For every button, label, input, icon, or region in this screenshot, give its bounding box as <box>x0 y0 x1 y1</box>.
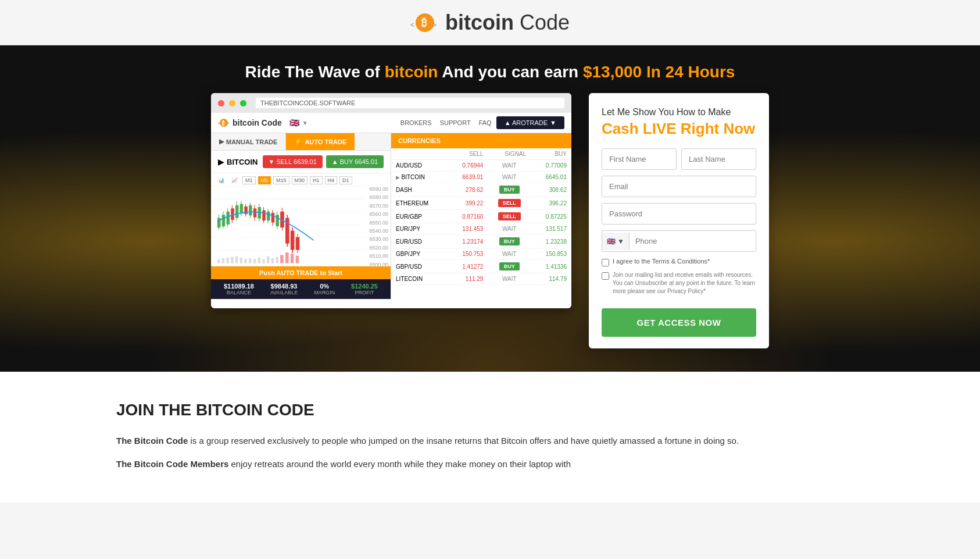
tf-m30[interactable]: M30 <box>292 176 308 184</box>
phone-flag[interactable]: 🇬🇧 ▼ <box>602 233 630 250</box>
bitcoin-logo-icon: < ₿ > <box>410 11 439 34</box>
section-heading: JOIN THE BITCOIN CODE <box>116 401 864 419</box>
svg-rect-62 <box>267 257 269 264</box>
signup-form: Let Me Show You How to Make Cash LIVE Ri… <box>589 93 769 348</box>
sell-button[interactable]: ▼ SELL 6639.01 <box>263 155 323 168</box>
svg-rect-27 <box>244 206 248 214</box>
svg-rect-55 <box>235 257 238 264</box>
buy-button[interactable]: ▲ BUY 6645.01 <box>326 155 384 168</box>
svg-rect-68 <box>296 255 299 263</box>
auto-trade-cta[interactable]: Push AUTO TRADE to Start <box>211 266 391 279</box>
table-row: EUR/JPY 131.453 WAIT 131.517 <box>391 223 571 235</box>
svg-rect-64 <box>276 257 278 264</box>
svg-rect-65 <box>280 255 284 263</box>
brokers-link[interactable]: BROKERS <box>400 119 432 126</box>
paragraph-2: The Bitcoin Code Members enjoy retreats … <box>116 457 864 472</box>
email-input[interactable] <box>602 176 756 197</box>
hero-headline: Ride The Wave of bitcoin And you can ear… <box>0 45 980 93</box>
col-signal: SIGNAL <box>488 148 531 160</box>
content-section: JOIN THE BITCOIN CODE The Bitcoin Code i… <box>0 372 980 503</box>
hero-main-content: THEBITCOINCODE.SOFTWARE < ₿ > bitcoin <box>0 93 980 372</box>
tf-m15[interactable]: M15 <box>273 176 289 184</box>
tf-h4[interactable]: H4 <box>325 176 338 184</box>
browser-titlebar: THEBITCOINCODE.SOFTWARE <box>211 93 571 113</box>
svg-rect-35 <box>262 211 266 221</box>
balance-item-available: $9848.93 AVAILABLE <box>270 283 298 295</box>
last-name-input[interactable] <box>681 148 756 170</box>
table-row: GBP/USD 1.41272 BUY 1.41336 <box>391 260 571 273</box>
tf-m1[interactable]: M1 <box>242 176 256 184</box>
svg-rect-37 <box>267 212 270 220</box>
table-row: EUR/USD 1.23174 BUY 1.23238 <box>391 235 571 248</box>
svg-rect-60 <box>258 258 260 264</box>
timeframe-controls: 📊 📈 M1 M5 M15 M30 H1 H4 D1 <box>216 176 352 184</box>
currencies-panel: CURRENCIES SELL SIGNAL BUY <box>391 133 571 299</box>
svg-rect-8 <box>211 173 391 266</box>
currencies-table: SELL SIGNAL BUY AUD/USD 0.76944 WAIT 0.7… <box>391 148 571 285</box>
tf-h1[interactable]: H1 <box>310 176 323 184</box>
inner-bitcoin-icon: < ₿ > <box>218 118 230 128</box>
table-row: ▶ BITCOIN 6639.01 WAIT 6645.01 <box>391 172 571 183</box>
browser-expand-dot[interactable] <box>240 100 246 106</box>
browser-url-bar: THEBITCOINCODE.SOFTWARE <box>256 98 564 108</box>
chart-area: 📊 📈 M1 M5 M15 M30 H1 H4 D1 <box>211 173 391 266</box>
table-row: LITECOIN 111.29 WAIT 114.79 <box>391 273 571 285</box>
phone-row: 🇬🇧 ▼ <box>602 230 756 252</box>
svg-rect-63 <box>271 258 274 264</box>
first-name-input[interactable] <box>602 148 677 170</box>
svg-text:>: > <box>432 21 437 29</box>
logo: < ₿ > bitcoin Code <box>410 10 570 35</box>
svg-rect-21 <box>231 208 234 220</box>
balance-item-balance: $11089.18 BALANCE <box>224 283 254 295</box>
bitcoin-trade-row: ▶ BITCOIN ▼ SELL 6639.01 ▲ BUY 6645.01 <box>211 151 391 173</box>
price-chart <box>211 173 391 266</box>
tf-m5[interactable]: M5 <box>258 176 271 184</box>
manual-trade-tab[interactable]: ▶ MANUAL TRADE <box>211 133 286 150</box>
password-row <box>602 203 756 225</box>
trade-left-panel: ▶ MANUAL TRADE ⚡ AUTO TRADE ▶ <box>211 133 391 299</box>
phone-input[interactable] <box>630 231 756 251</box>
newsletter-checkbox[interactable] <box>602 272 609 280</box>
inner-navbar: < ₿ > bitcoin Code 🇬🇧 ▼ BROKERS <box>211 113 571 133</box>
chart-price-labels: 6590.00 6580.00 6570.00 6560.00 6550.00 … <box>369 185 388 266</box>
name-row <box>602 148 756 170</box>
hero-section: Ride The Wave of bitcoin And you can ear… <box>0 45 980 372</box>
browser-mockup: THEBITCOINCODE.SOFTWARE < ₿ > bitcoin <box>211 93 571 308</box>
svg-rect-51 <box>217 259 220 264</box>
svg-rect-58 <box>249 258 251 264</box>
inner-nav-links: BROKERS SUPPORT FAQ <box>400 119 492 126</box>
paragraph-1: The Bitcoin Code is a group reserved exc… <box>116 433 864 448</box>
bitcoin-pair-label: ▶ BITCOIN <box>218 158 257 166</box>
get-access-button[interactable]: GET ACCESS NOW <box>602 308 756 337</box>
tf-d1[interactable]: D1 <box>339 176 352 184</box>
hero-content: Ride The Wave of bitcoin And you can ear… <box>0 45 980 372</box>
svg-rect-59 <box>253 259 256 264</box>
balance-item-profit: $1240.25 PROFIT <box>351 283 378 295</box>
col-buy: BUY <box>531 148 571 160</box>
svg-text:<: < <box>410 21 414 29</box>
terms-checkbox[interactable] <box>602 259 609 266</box>
support-link[interactable]: SUPPORT <box>440 119 471 126</box>
svg-rect-17 <box>222 215 226 226</box>
svg-rect-61 <box>262 259 264 264</box>
table-row: AUD/USD 0.76944 WAIT 0.77009 <box>391 160 571 172</box>
svg-rect-41 <box>276 215 279 226</box>
terms-checkbox-row: I agree to the Terms & Conditions* <box>602 258 756 266</box>
faq-link[interactable]: FAQ <box>479 119 492 126</box>
trade-area: ▶ MANUAL TRADE ⚡ AUTO TRADE ▶ <box>211 133 571 299</box>
auto-trade-tab[interactable]: ⚡ AUTO TRADE <box>286 133 355 150</box>
arotrade-button[interactable]: ▲ AROTRADE ▼ <box>496 116 564 129</box>
browser-inner: < ₿ > bitcoin Code 🇬🇧 ▼ BROKERS <box>211 113 571 299</box>
svg-rect-67 <box>291 254 294 263</box>
browser-minimize-dot[interactable] <box>229 100 235 106</box>
table-row: EUR/GBP 0.87160 SELL 0.87225 <box>391 210 571 223</box>
table-row: DASH 278.62 BUY 308.62 <box>391 183 571 197</box>
password-input[interactable] <box>602 203 756 225</box>
svg-rect-56 <box>240 258 242 264</box>
browser-close-dot[interactable] <box>218 100 224 106</box>
svg-rect-31 <box>253 208 257 217</box>
inner-logo: < ₿ > bitcoin Code 🇬🇧 ▼ <box>218 118 308 128</box>
svg-text:₿: ₿ <box>421 17 427 29</box>
svg-rect-54 <box>231 257 233 264</box>
svg-rect-66 <box>285 252 289 264</box>
